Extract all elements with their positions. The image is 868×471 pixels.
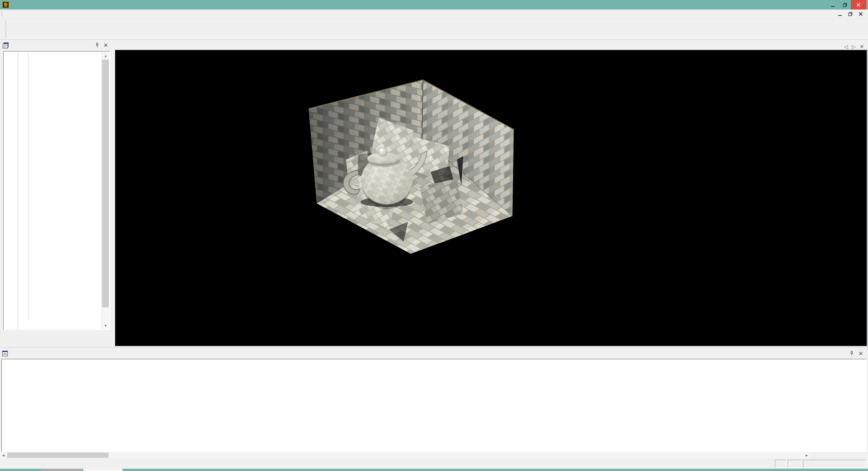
bottom-border-segment-white bbox=[83, 469, 123, 471]
app-icon bbox=[2, 1, 9, 8]
restore-button[interactable] bbox=[839, 0, 851, 9]
output-log bbox=[1, 359, 867, 452]
mdi-restore-button[interactable] bbox=[847, 12, 854, 16]
bottom-border-segment-gray bbox=[41, 469, 82, 471]
close-button[interactable] bbox=[851, 0, 866, 9]
minimize-button[interactable] bbox=[826, 0, 839, 9]
scroll-down-icon[interactable]: ▼ bbox=[102, 322, 109, 329]
toolbar-grip[interactable] bbox=[5, 20, 7, 38]
main-area: ◁ ▷ ✕ bbox=[115, 40, 868, 347]
workspace-scrollbar[interactable]: ▲ ▼ bbox=[101, 52, 109, 329]
output-header bbox=[0, 348, 868, 359]
tab-next-icon[interactable]: ▷ bbox=[852, 44, 855, 50]
workspace-icon bbox=[2, 42, 9, 49]
tab-prev-icon[interactable]: ◁ bbox=[844, 44, 848, 50]
workspace-tree-box: ▲ ▼ bbox=[3, 51, 110, 330]
workspace-scroll-thumb[interactable] bbox=[102, 60, 109, 307]
status-cell-num bbox=[788, 460, 802, 468]
preview-3d-scene bbox=[115, 50, 867, 346]
tab-navigation: ◁ ▷ ✕ bbox=[844, 44, 868, 50]
document-tab-bar: ◁ ▷ ✕ bbox=[115, 40, 868, 50]
workspace-panel: ▲ ▼ bbox=[0, 40, 113, 347]
workspace-tree bbox=[4, 52, 102, 329]
status-cell-cap bbox=[775, 460, 787, 468]
workspace-header bbox=[0, 40, 113, 51]
output-pin-icon[interactable] bbox=[849, 350, 855, 357]
mdi-close-button[interactable] bbox=[858, 12, 864, 16]
output-scroll-thumb[interactable] bbox=[7, 452, 108, 458]
main-toolbar bbox=[0, 19, 868, 40]
title-bar bbox=[0, 0, 868, 9]
window-bottom-border bbox=[0, 469, 868, 471]
menu-grip[interactable] bbox=[1, 11, 3, 17]
scroll-up-icon[interactable]: ▲ bbox=[102, 52, 109, 59]
output-panel: ◂ ▸ bbox=[0, 347, 868, 459]
mdi-window-controls bbox=[837, 12, 868, 16]
scroll-left-icon[interactable]: ◂ bbox=[0, 452, 7, 458]
directx-preview-viewport[interactable] bbox=[115, 50, 867, 346]
output-scrollbar[interactable]: ◂ ▸ bbox=[0, 452, 810, 458]
menu-bar bbox=[0, 9, 868, 19]
tab-close-icon[interactable]: ✕ bbox=[860, 44, 864, 50]
scroll-right-icon[interactable]: ▸ bbox=[803, 452, 810, 458]
workspace-pin-icon[interactable] bbox=[94, 42, 100, 48]
status-bar bbox=[0, 459, 868, 469]
output-icon bbox=[2, 350, 8, 357]
mdi-minimize-button[interactable] bbox=[837, 12, 843, 16]
workspace-close-icon[interactable] bbox=[103, 42, 109, 48]
output-close-icon[interactable] bbox=[858, 350, 864, 357]
status-cell-extra bbox=[803, 460, 866, 468]
